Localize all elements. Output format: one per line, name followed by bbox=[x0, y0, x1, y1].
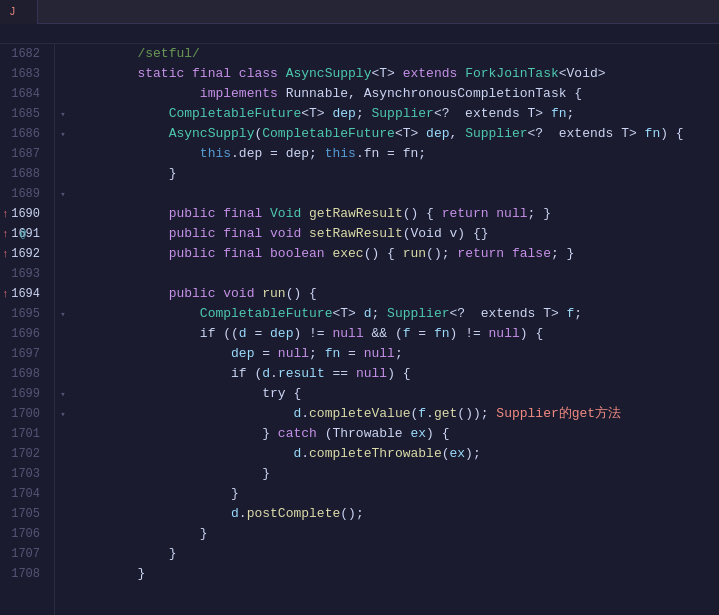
marker-at-icon: @ bbox=[20, 229, 26, 240]
fold-icon[interactable]: ▾ bbox=[60, 189, 65, 200]
line-number-row: 1695 bbox=[0, 304, 46, 324]
code-line: public final void setRawResult(Void v) {… bbox=[75, 224, 719, 244]
token: run bbox=[262, 284, 285, 304]
token: ; } bbox=[551, 244, 574, 264]
line-number-row: 1701 bbox=[0, 424, 46, 444]
line-number-row: 1696 bbox=[0, 324, 46, 344]
indent bbox=[75, 464, 262, 484]
code-lines[interactable]: /setful/ static final class AsyncSupply<… bbox=[71, 44, 719, 615]
token: CompletableFuture bbox=[200, 304, 333, 324]
token: completeValue bbox=[309, 404, 410, 424]
token: } bbox=[231, 484, 239, 504]
token: . bbox=[270, 364, 278, 384]
token: postComplete bbox=[247, 504, 341, 524]
code-area: 16821683168416851686168716881689↑1690↑@1… bbox=[0, 44, 719, 615]
gutter-row bbox=[55, 544, 71, 564]
token: = bbox=[247, 324, 270, 344]
indent bbox=[75, 364, 231, 384]
token: AsyncSupply bbox=[169, 124, 255, 144]
token: ; bbox=[309, 344, 325, 364]
code-line bbox=[75, 184, 719, 204]
line-number-row: 1697 bbox=[0, 344, 46, 364]
token: d bbox=[293, 444, 301, 464]
token: dep bbox=[231, 344, 254, 364]
code-line bbox=[75, 264, 719, 284]
line-number: 1705 bbox=[11, 507, 40, 521]
line-number-row: 1706 bbox=[0, 524, 46, 544]
fold-icon[interactable]: ▾ bbox=[60, 129, 65, 140]
indent bbox=[75, 44, 137, 64]
line-number-row: 1700 bbox=[0, 404, 46, 424]
token: final bbox=[192, 64, 239, 84]
line-number-row: 1689 bbox=[0, 184, 46, 204]
token: public bbox=[169, 284, 224, 304]
token: ) { bbox=[520, 324, 543, 344]
java-file-icon: J bbox=[10, 6, 15, 17]
code-line: CompletableFuture<T> d; Supplier<? exten… bbox=[75, 304, 719, 324]
token: fn bbox=[551, 104, 567, 124]
token: .dep = dep; bbox=[231, 144, 325, 164]
line-number: 1708 bbox=[11, 567, 40, 581]
line-number: 1685 bbox=[11, 107, 40, 121]
indent bbox=[75, 484, 231, 504]
token: completeThrowable bbox=[309, 444, 442, 464]
token: <T> bbox=[301, 104, 332, 124]
code-line: if ((d = dep) != null && (f = fn) != nul… bbox=[75, 324, 719, 344]
gutter-row: ▾ bbox=[55, 124, 71, 144]
gutter-row bbox=[55, 424, 71, 444]
indent bbox=[75, 564, 137, 584]
indent bbox=[75, 344, 231, 364]
code-line: implements Runnable, AsynchronousComplet… bbox=[75, 84, 719, 104]
token: <T> bbox=[332, 304, 363, 324]
line-number-row: 1708 bbox=[0, 564, 46, 584]
token: ; bbox=[371, 304, 387, 324]
fold-icon[interactable]: ▾ bbox=[60, 409, 65, 420]
token: try { bbox=[262, 384, 301, 404]
gutter-row bbox=[55, 444, 71, 464]
token: this bbox=[325, 144, 356, 164]
indent bbox=[75, 84, 200, 104]
line-number: 1695 bbox=[11, 307, 40, 321]
line-number-row: 1707 bbox=[0, 544, 46, 564]
code-line: if (d.result == null) { bbox=[75, 364, 719, 384]
token: setRawResult bbox=[309, 224, 403, 244]
fold-icon[interactable]: ▾ bbox=[60, 389, 65, 400]
line-number: 1687 bbox=[11, 147, 40, 161]
token: Void bbox=[270, 204, 309, 224]
token: run bbox=[403, 244, 426, 264]
token: . bbox=[426, 404, 434, 424]
line-number-row: 1702 bbox=[0, 444, 46, 464]
token: Supplier的get方法 bbox=[496, 404, 621, 424]
fold-icon[interactable]: ▾ bbox=[60, 309, 65, 320]
marker-arrow-icon: ↑ bbox=[2, 228, 9, 240]
token: ( bbox=[410, 404, 418, 424]
token: Supplier bbox=[387, 304, 449, 324]
token: return bbox=[442, 204, 497, 224]
fold-icon[interactable]: ▾ bbox=[60, 109, 65, 120]
token: getRawResult bbox=[309, 204, 403, 224]
token: . bbox=[301, 404, 309, 424]
token: public bbox=[169, 224, 224, 244]
indent bbox=[75, 204, 169, 224]
token: () { bbox=[286, 284, 317, 304]
line-number: 1706 bbox=[11, 527, 40, 541]
token: get bbox=[434, 404, 457, 424]
indent bbox=[75, 424, 262, 444]
line-number: 1696 bbox=[11, 327, 40, 341]
token: /setful/ bbox=[137, 44, 199, 64]
line-numbers: 16821683168416851686168716881689↑1690↑@1… bbox=[0, 44, 55, 615]
file-tab[interactable]: J bbox=[0, 0, 38, 24]
token: = bbox=[411, 324, 434, 344]
token: ; } bbox=[528, 204, 551, 224]
gutter-row: ▾ bbox=[55, 384, 71, 404]
indent bbox=[75, 164, 169, 184]
code-line: } catch (Throwable ex) { bbox=[75, 424, 719, 444]
token: final bbox=[223, 204, 270, 224]
gutter-row bbox=[55, 564, 71, 584]
token: Supplier bbox=[465, 124, 527, 144]
gutter-row bbox=[55, 64, 71, 84]
code-line: public void run() { bbox=[75, 284, 719, 304]
token: fn bbox=[325, 344, 341, 364]
code-line: } bbox=[75, 564, 719, 584]
token: <? extends T> bbox=[450, 304, 567, 324]
